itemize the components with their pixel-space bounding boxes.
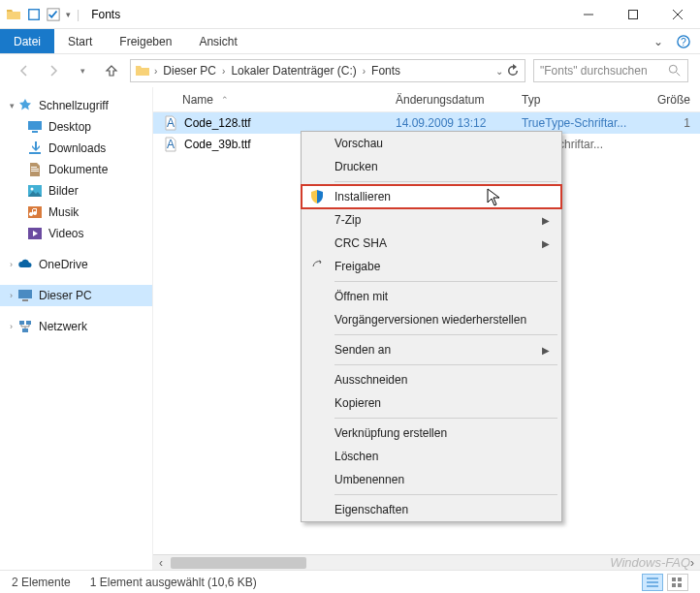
chevron-right-icon[interactable]: › [363,66,366,77]
computer-icon [17,288,33,303]
column-headers: Name⌃ Änderungsdatum Typ Größe [153,87,700,112]
sidebar-item-downloads[interactable]: Downloads [0,138,152,159]
chevron-right-icon[interactable]: › [10,291,13,300]
folder-icon [135,63,150,78]
ribbon-expand-icon[interactable]: ⌄ [653,35,663,48]
scroll-left-icon[interactable]: ‹ [153,555,169,571]
chevron-right-icon[interactable]: › [10,322,13,331]
context-menu-item[interactable]: Vorgängerversionen wiederherstellen [302,308,561,331]
tab-start[interactable]: Start [54,29,106,53]
context-menu: VorschauDruckenInstallieren7-Zip▶CRC SHA… [301,131,562,522]
help-icon[interactable]: ? [677,35,690,48]
svg-rect-0 [29,9,40,19]
context-menu-item[interactable]: Ausschneiden [302,368,561,391]
context-menu-item[interactable]: Kopieren [302,391,561,415]
qat-overflow-icon[interactable]: ▾ [66,10,71,19]
context-menu-item[interactable]: Eigenschaften [302,498,561,521]
context-menu-item[interactable]: Verknüpfung erstellen [302,421,561,445]
search-icon [668,64,682,78]
sidebar-item-music[interactable]: Musik [0,202,152,223]
sidebar-item-network[interactable]: ›Netzwerk [0,316,152,337]
chevron-right-icon[interactable]: › [154,66,157,77]
watermark: Windows-FAQ [610,555,690,570]
column-type[interactable]: Typ [522,93,657,107]
font-file-icon: A [163,137,178,152]
svg-rect-3 [629,10,638,18]
minimize-button[interactable] [566,0,611,29]
details-view-button[interactable] [642,574,663,591]
sidebar-item-desktop[interactable]: Desktop [0,116,152,138]
sidebar-item-quickaccess[interactable]: ▾ Schnellzugriff [0,95,152,116]
svg-text:?: ? [681,35,686,47]
up-button[interactable] [101,60,122,81]
column-name[interactable]: Name⌃ [153,93,396,107]
music-icon [27,204,43,220]
context-menu-item[interactable]: Löschen [302,445,561,468]
recent-dropdown-icon[interactable]: ▾ [72,60,93,81]
search-input[interactable]: "Fonts" durchsuchen [533,59,688,82]
sort-asc-icon: ⌃ [221,95,229,105]
chevron-down-icon[interactable]: ▾ [10,101,15,110]
address-row: ▾ › Dieser PC › Lokaler Datenträger (C:)… [0,54,700,87]
checkbox-icon[interactable] [47,8,60,21]
breadcrumb-item[interactable]: Dieser PC [161,64,218,78]
chevron-right-icon[interactable]: › [10,260,13,269]
context-menu-item[interactable]: Senden an▶ [302,338,561,361]
refresh-icon[interactable] [505,63,521,78]
videos-icon [27,226,43,241]
sidebar-item-documents[interactable]: Dokumente [0,159,152,180]
search-placeholder: "Fonts" durchsuchen [540,64,648,78]
tab-share[interactable]: Freigeben [106,29,185,53]
context-menu-item[interactable]: Freigabe [302,255,561,278]
address-bar[interactable]: › Dieser PC › Lokaler Datenträger (C:) ›… [130,59,525,82]
desktop-icon [27,119,43,135]
chevron-right-icon[interactable]: › [222,66,225,77]
svg-rect-11 [32,131,38,133]
properties-icon[interactable] [27,8,41,21]
context-menu-item[interactable]: Installieren [302,185,561,208]
download-icon [27,140,43,156]
status-selection: 1 Element ausgewählt (10,6 KB) [90,576,257,589]
chevron-right-icon: ▶ [542,215,550,226]
back-button[interactable] [14,60,35,81]
breadcrumb-item[interactable]: Lokaler Datenträger (C:) [229,64,358,78]
star-icon [17,98,33,113]
maximize-button[interactable] [611,0,655,29]
shield-icon [309,189,325,204]
tab-view[interactable]: Ansicht [185,29,250,53]
titlebar: ▾ | Fonts [0,0,700,29]
context-menu-item[interactable]: 7-Zip▶ [302,208,561,232]
network-icon [17,319,33,334]
sidebar-item-thispc[interactable]: ›Dieser PC [0,285,152,306]
status-bar: 2 Elemente 1 Element ausgewählt (10,6 KB… [0,570,700,593]
file-tab[interactable]: Datei [0,29,54,53]
navigation-pane: ▾ Schnellzugriff Desktop Downloads Dokum… [0,87,153,570]
quick-access-toolbar: ▾ | [0,7,85,22]
scrollbar-thumb[interactable] [171,557,306,569]
pictures-icon [27,183,43,199]
context-menu-item[interactable]: Drucken [302,155,561,178]
breadcrumb-item[interactable]: Fonts [369,64,402,78]
chevron-right-icon: ▶ [542,345,550,356]
document-icon [27,162,43,177]
svg-line-9 [677,73,681,77]
sidebar-item-videos[interactable]: Videos [0,223,152,244]
share-icon [309,259,325,274]
context-menu-item[interactable]: Öffnen mit [302,285,561,308]
context-menu-item[interactable]: Umbenennen [302,468,561,491]
forward-button[interactable] [43,60,64,81]
svg-rect-27 [672,577,676,581]
context-menu-item[interactable]: Vorschau [302,132,561,155]
font-file-icon: A [163,115,178,131]
column-size[interactable]: Größe [657,93,700,107]
cursor-icon [487,188,502,207]
column-date[interactable]: Änderungsdatum [396,93,522,107]
chevron-down-icon[interactable]: ⌄ [495,66,503,77]
close-button[interactable] [655,0,700,29]
svg-rect-20 [26,321,31,325]
context-menu-item[interactable]: CRC SHA▶ [302,232,561,255]
sidebar-item-pictures[interactable]: Bilder [0,180,152,202]
sidebar-item-onedrive[interactable]: ›OneDrive [0,254,152,275]
icons-view-button[interactable] [667,574,688,591]
svg-point-14 [31,188,34,191]
